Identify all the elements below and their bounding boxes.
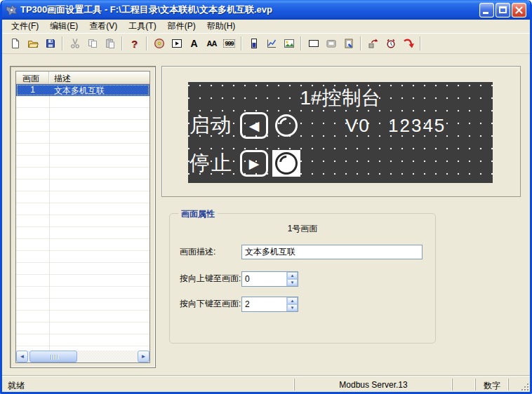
status-bar: 就绪 Modbus Server.13 数字 (2, 376, 530, 392)
paste-button[interactable] (101, 35, 119, 52)
resize-grip[interactable] (519, 381, 528, 390)
down-key-spinner[interactable]: 2 ▲ ▼ (241, 297, 298, 312)
start-label[interactable]: 启动 (189, 111, 233, 140)
screen-list-panel: 画面 描述 1 文本多机互联 ◄ ► (10, 66, 156, 368)
new-icon (10, 38, 21, 49)
jump-button[interactable] (364, 35, 382, 52)
display-title[interactable]: 1#控制台 (188, 85, 493, 111)
toolbar-separator (241, 36, 242, 50)
static-text-icon: A (190, 38, 197, 49)
spin-down-icon: ▼ (291, 306, 295, 310)
status-mode: 数字 (475, 379, 508, 390)
lamp-part-button[interactable] (150, 35, 168, 52)
help-icon: ? (131, 38, 138, 50)
up-key-label: 按向上键至画面: (180, 273, 241, 285)
right-triangle-icon: ▶ (249, 156, 260, 172)
start-lamp-part[interactable] (272, 112, 300, 139)
digits-icon: 999 (223, 39, 234, 48)
screen-properties-group: 画面属性 1号画面 画面描述: 按向上键至画面: 0 ▲ ▼ 按向下键至画面: … (169, 213, 436, 344)
window-title: TP300画面设置工具 - F:\工程目录\文本联机\文本多机互联.evp (20, 4, 479, 16)
maximize-icon (499, 6, 507, 13)
screen-number-cell: 1 (16, 84, 49, 96)
trend-chart-icon (266, 38, 277, 49)
indicator-lamp-icon (154, 38, 165, 49)
down-key-label: 按向下键至画面: (180, 298, 241, 310)
screen-list: 画面 描述 1 文本多机互联 ◄ ► (15, 71, 150, 363)
stop-label[interactable]: 停止 (189, 149, 233, 177)
column-header-screen[interactable]: 画面 (16, 72, 49, 83)
save-floppy-icon (45, 38, 56, 49)
lamp-icon (275, 114, 298, 137)
desc-input[interactable] (241, 245, 423, 259)
download-button[interactable] (399, 35, 417, 52)
spin-down-button[interactable]: ▼ (287, 279, 298, 286)
menu-item-file[interactable]: 文件(F) (6, 19, 44, 34)
function-key-button[interactable] (168, 35, 185, 52)
scroll-right-button[interactable]: ► (138, 351, 149, 362)
scrollbar-thumb[interactable] (29, 351, 77, 362)
spin-up-button[interactable]: ▲ (287, 297, 298, 304)
menu-item-parts[interactable]: 部件(P) (162, 19, 201, 34)
hmi-display[interactable]: 1#控制台 启动 ◀ V0 12345 停止 ▶ (188, 82, 493, 183)
column-divider (49, 96, 50, 351)
jump-icon (368, 38, 379, 49)
menu-item-help[interactable]: 帮助(H) (201, 19, 241, 34)
maximize-button[interactable] (496, 3, 510, 18)
screen-list-body (16, 96, 149, 351)
status-ready: 就绪 (2, 379, 294, 390)
spin-up-button[interactable]: ▲ (287, 272, 298, 279)
new-button[interactable] (6, 35, 24, 52)
scroll-left-icon: ◄ (20, 353, 25, 360)
app-icon (6, 4, 18, 16)
minimize-icon (483, 12, 488, 14)
button-part-icon (326, 38, 337, 49)
cut-button[interactable] (66, 35, 84, 52)
copy-button[interactable] (84, 35, 101, 52)
button-part-button[interactable] (322, 35, 340, 52)
left-arrow-key-part[interactable]: ◀ (240, 112, 268, 139)
bitmap-icon (284, 38, 295, 49)
dynamic-text-button[interactable]: AA (203, 35, 220, 52)
spin-up-icon: ▲ (291, 299, 295, 303)
horizontal-scrollbar[interactable]: ◄ ► (16, 351, 149, 362)
save-button[interactable] (41, 35, 59, 52)
screen-list-row-selected[interactable]: 1 文本多机互联 (16, 84, 149, 96)
rectangle-icon (308, 38, 319, 49)
register-value[interactable]: V0 12345 (345, 115, 446, 137)
copy-icon (87, 38, 98, 49)
menu-item-tools[interactable]: 工具(T) (123, 19, 161, 34)
minimize-button[interactable] (479, 3, 494, 18)
register-button[interactable] (340, 35, 357, 52)
screen-name-label: 1号画面 (170, 223, 435, 235)
rectangle-button[interactable] (305, 35, 322, 52)
bitmap-button[interactable] (280, 35, 298, 52)
title-bar: TP300画面设置工具 - F:\工程目录\文本联机\文本多机互联.evp (2, 0, 530, 20)
menu-item-edit[interactable]: 编辑(E) (44, 19, 84, 34)
scroll-left-button[interactable]: ◄ (16, 351, 28, 362)
digits-button[interactable]: 999 (220, 35, 238, 52)
spin-down-icon: ▼ (291, 280, 295, 285)
alarm-clock-button[interactable] (382, 35, 399, 52)
open-button[interactable] (24, 35, 41, 52)
status-panel-blank (452, 379, 475, 390)
toolbar-separator (121, 36, 123, 50)
stop-lamp-part-selected[interactable] (272, 150, 300, 177)
trend-button[interactable] (262, 35, 280, 52)
static-text-button[interactable]: A (185, 35, 203, 52)
paste-icon (105, 38, 116, 49)
close-icon (514, 6, 524, 15)
scroll-right-icon: ► (141, 353, 147, 360)
column-header-desc[interactable]: 描述 (49, 72, 149, 83)
bar-graph-button[interactable] (245, 35, 262, 52)
close-button[interactable] (512, 3, 526, 18)
register-icon (343, 38, 354, 49)
right-arrow-key-part[interactable]: ▶ (240, 150, 268, 177)
screen-desc-cell: 文本多机互联 (49, 84, 149, 96)
help-button[interactable]: ? (126, 35, 143, 52)
menu-item-view[interactable]: 查看(V) (84, 19, 123, 34)
spin-down-button[interactable]: ▼ (287, 304, 298, 311)
group-title: 画面属性 (178, 208, 218, 220)
lamp-icon (275, 152, 298, 175)
up-key-spinner[interactable]: 0 ▲ ▼ (241, 271, 298, 287)
cut-scissors-icon (69, 38, 81, 49)
